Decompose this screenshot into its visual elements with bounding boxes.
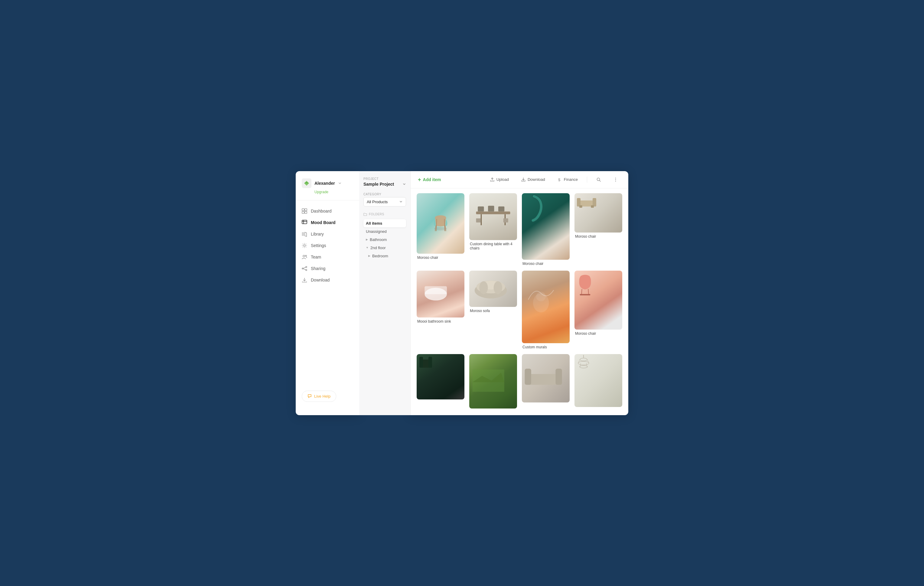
more-options-button[interactable] [610,175,621,184]
logo-area: Alexander [302,178,353,188]
sidebar-item-sharing-label: Sharing [311,266,325,271]
download-label: Download [528,177,545,182]
sidebar-item-dashboard[interactable]: Dashboard [296,205,359,217]
sofa2-illustration [469,271,512,303]
product-image-10 [469,354,517,408]
folder-item-all-items[interactable]: All items [363,219,406,228]
product-grid: Moroso chair Custom dining [411,188,628,415]
product-label-1: Moroso chair [417,256,464,260]
search-icon [596,177,601,182]
product-card-3[interactable]: Moroso chair [522,193,570,266]
product-card-1[interactable]: Moroso chair [417,193,464,266]
dashboard-icon [302,208,307,214]
sidebar-item-download-label: Download [311,277,330,282]
sidebar-item-moodboard-label: Mood Board [311,220,336,225]
live-help-label: Live Help [314,394,330,398]
project-dropdown-icon [403,182,406,186]
product-card-7[interactable]: Custom murals [522,271,570,349]
chair-illustration [430,211,451,236]
sidebar-item-moodboard[interactable]: Mood Board [296,217,359,228]
product-image-7 [522,271,570,343]
category-selector[interactable]: All Products [363,197,406,206]
product-image-4 [574,193,622,233]
product-card-10[interactable] [469,354,517,410]
svg-point-9 [303,255,305,257]
category-label: Category [363,193,406,196]
search-button[interactable] [593,175,604,184]
green-room-illustration [469,354,507,398]
svg-line-57 [578,360,580,363]
svg-rect-23 [478,206,484,211]
curve-chair-illustration [522,193,546,223]
sidebar-item-team[interactable]: Team [296,251,359,263]
product-image-9 [417,354,464,399]
finance-icon: $ [557,177,562,182]
add-item-label: Add item [423,177,441,182]
product-label-2: Custom dining table with 4 chairs [469,242,517,250]
svg-point-55 [578,362,589,365]
add-item-button[interactable]: + Add item [418,177,441,182]
folder-item-bedroom[interactable]: ▶ Bedroom [363,252,406,260]
project-selector[interactable]: Sample Project [363,182,406,187]
download-button[interactable]: Download [518,175,548,184]
svg-point-17 [615,179,616,180]
sidebar-header: Alexander Upgrade [296,178,359,200]
product-image-2 [469,193,517,240]
sidebar-item-dashboard-label: Dashboard [311,209,332,213]
svg-line-58 [587,360,589,363]
more-options-icon [613,177,618,182]
product-image-3 [522,193,570,260]
mural-illustration [522,271,560,328]
library-icon [302,231,307,237]
live-help-button[interactable]: Live Help [302,391,336,402]
product-card-8[interactable]: Moroso chair [574,271,622,349]
product-card-12[interactable] [574,354,622,410]
bedroom-chevron-icon: ▶ [368,254,370,258]
svg-rect-26 [476,218,481,223]
svg-rect-4 [305,211,307,213]
sidebar-footer: Live Help [296,385,359,408]
product-card-4[interactable]: Moroso chair [574,193,622,266]
sharing-icon [302,266,307,271]
svg-rect-25 [498,206,504,211]
upload-button[interactable]: Upload [487,175,512,184]
settings-icon [302,243,307,248]
folder-item-2nd-floor[interactable]: ▼ 2nd floor [363,244,406,252]
sidebar: Alexander Upgrade Dashboard [296,171,359,415]
svg-rect-31 [579,205,582,208]
sidebar-item-sharing[interactable]: Sharing [296,263,359,274]
svg-rect-27 [503,218,508,223]
svg-point-40 [494,281,502,294]
folder-item-bathroom[interactable]: ▶ Bathroom [363,236,406,244]
product-card-5[interactable]: Moooi bathroom sink [417,271,464,349]
product-card-11[interactable] [522,354,570,410]
product-card-6[interactable]: Moroso sofa [469,271,517,349]
finance-button[interactable]: $ Finance [554,175,581,184]
svg-point-8 [304,244,305,246]
svg-rect-5 [302,220,307,224]
product-image-6 [469,271,517,307]
svg-rect-30 [592,198,596,206]
sidebar-item-settings[interactable]: Settings [296,240,359,251]
category-dropdown-icon [399,200,403,203]
svg-point-54 [580,358,587,361]
svg-rect-45 [580,294,591,295]
svg-rect-20 [476,211,510,214]
svg-rect-52 [555,368,562,385]
logo-icon [302,178,312,188]
svg-rect-48 [429,357,432,368]
product-card-9[interactable] [417,354,464,410]
product-label-5: Moooi bathroom sink [417,319,464,324]
product-card-2[interactable]: Custom dining table with 4 chairs [469,193,517,266]
svg-line-59 [580,363,581,367]
user-dropdown-icon [338,182,342,185]
toolbar-divider [587,177,587,183]
svg-rect-29 [577,198,581,206]
sidebar-item-download[interactable]: Download [296,274,359,286]
sidebar-item-library[interactable]: Library [296,228,359,240]
upgrade-link[interactable]: Upgrade [302,190,353,194]
upload-label: Upload [497,177,509,182]
folder-item-unassigned[interactable]: Unassigned [363,228,406,236]
category-value: All Products [367,200,388,204]
sidebar-item-team-label: Team [311,254,321,259]
